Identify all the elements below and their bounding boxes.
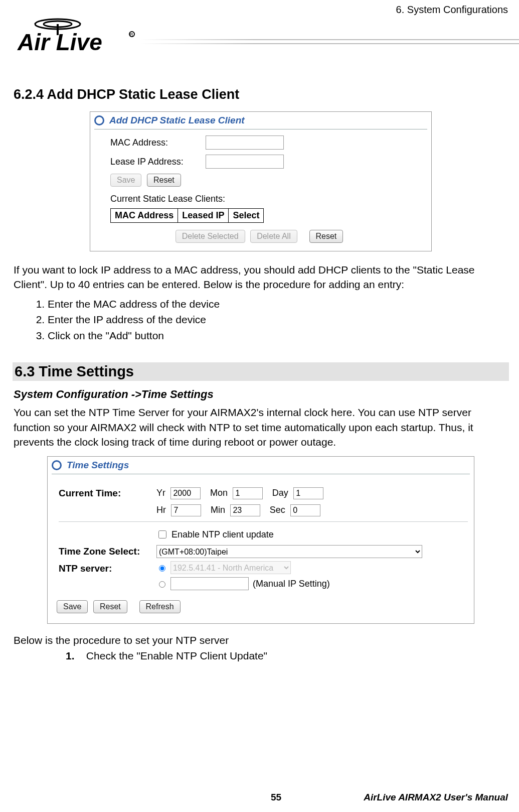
sec-label: Sec (270, 505, 285, 515)
header-divider (140, 39, 519, 46)
mac-address-input[interactable] (206, 136, 284, 150)
sec63-steps: 1. Check the "Enable NTP Client Update" (14, 648, 508, 664)
delete-all-button[interactable]: Delete All (250, 230, 297, 243)
reset-button[interactable]: Reset (147, 174, 181, 187)
panel-bullet-icon (52, 460, 62, 470)
yr-input[interactable] (170, 487, 201, 499)
sec63-below: Below is the procedure to set your NTP s… (14, 633, 508, 647)
hr-label: Hr (156, 505, 166, 515)
day-input[interactable] (293, 487, 323, 499)
panel-bullet-icon (94, 115, 104, 125)
current-time-label: Current Time: (59, 488, 156, 499)
lease-ip-label: Lease IP Address: (110, 157, 206, 167)
enable-ntp-checkbox[interactable] (158, 530, 166, 538)
svg-text:Air Live: Air Live (17, 29, 102, 55)
ntp-manual-label: (Manual IP Setting) (253, 579, 330, 589)
col-select: Select (229, 209, 264, 223)
enable-ntp-label: Enable NTP client update (171, 529, 274, 540)
page-number: 55 (271, 792, 281, 803)
lease-ip-input[interactable] (206, 155, 284, 169)
svg-text:R: R (130, 32, 133, 37)
sec624-steps: Enter the MAC address of the device Ente… (14, 296, 508, 344)
day-label: Day (272, 488, 288, 498)
ntp-server-label: NTP server: (59, 563, 156, 574)
brand-logo: Air Live R (13, 14, 509, 59)
clients-table: MAC Address Leased IP Select (110, 208, 264, 223)
timezone-select[interactable]: (GMT+08:00)Taipei (156, 545, 422, 558)
time-panel-heading: Time Settings (67, 460, 129, 471)
mon-label: Mon (210, 488, 228, 498)
timezone-label: Time Zone Select: (59, 546, 156, 557)
chapter-header: 6. System Configurations (396, 4, 508, 16)
time-settings-panel: Time Settings Current Time: Yr Mon Day (47, 456, 474, 624)
manual-title: AirLive AIRMAX2 User's Manual (364, 792, 508, 803)
section-63-title: 6.3 Time Settings (13, 362, 509, 381)
col-leased-ip: Leased IP (178, 209, 229, 223)
min-input[interactable] (230, 504, 260, 516)
save-button[interactable]: Save (110, 174, 141, 187)
dhcp-panel: Add DHCP Static Lease Client MAC Address… (90, 111, 432, 251)
section-63-path: System Configuration ->Time Settings (14, 388, 508, 401)
hr-input[interactable] (171, 504, 201, 516)
time-save-button[interactable]: Save (57, 600, 88, 613)
current-clients-label: Current Static Lease Clients: (110, 194, 431, 204)
sec624-intro: If you want to lock IP address to a MAC … (14, 262, 508, 292)
col-mac: MAC Address (111, 209, 178, 223)
mon-input[interactable] (233, 487, 263, 499)
section-624-title: 6.2.4 Add DHCP Static Lease Client (14, 87, 508, 102)
sec63-intro: You can set the NTP Time Server for your… (14, 405, 508, 449)
ntp-manual-radio[interactable] (159, 581, 165, 588)
time-refresh-button[interactable]: Refresh (139, 600, 181, 613)
time-reset-button[interactable]: Reset (93, 600, 127, 613)
reset2-button[interactable]: Reset (309, 230, 343, 243)
delete-selected-button[interactable]: Delete Selected (176, 230, 245, 243)
dhcp-panel-heading: Add DHCP Static Lease Client (109, 115, 245, 126)
ntp-manual-input[interactable] (170, 577, 249, 590)
ntp-preset-select[interactable]: 192.5.41.41 - North America (170, 561, 291, 574)
min-label: Min (211, 505, 225, 515)
ntp-preset-radio[interactable] (159, 565, 165, 572)
sec-input[interactable] (290, 504, 320, 516)
yr-label: Yr (156, 488, 165, 498)
mac-address-label: MAC Address: (110, 138, 206, 148)
